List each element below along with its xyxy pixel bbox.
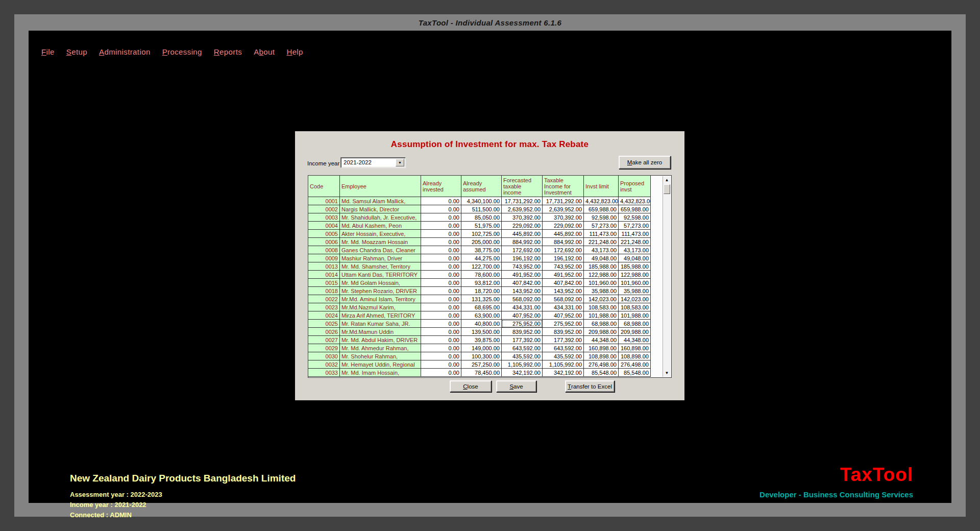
cell-already-invested[interactable]: 0.00 xyxy=(421,271,461,279)
vertical-scrollbar[interactable]: ▲ ▼ xyxy=(663,176,671,377)
cell-already-invested[interactable]: 0.00 xyxy=(421,344,461,352)
close-button[interactable]: Close xyxy=(450,380,492,392)
cell-proposed-invst[interactable]: 122,988.00 xyxy=(619,271,651,279)
cell-invst-limit[interactable]: 85,548.00 xyxy=(584,369,619,377)
cell-already-assumed[interactable]: 205,000.00 xyxy=(461,238,502,246)
cell-employee[interactable]: Mashiur Rahman, Driver xyxy=(340,254,421,262)
cell-already-invested[interactable]: 0.00 xyxy=(421,369,461,377)
cell-taxable-income-for-investment[interactable]: 196,192.00 xyxy=(543,254,584,262)
cell-proposed-invst[interactable]: 108,898.00 xyxy=(619,352,651,360)
cell-proposed-invst[interactable]: 43,173.00 xyxy=(619,246,651,254)
cell-proposed-invst[interactable]: 44,348.00 xyxy=(619,336,651,344)
cell-code[interactable]: 0025 xyxy=(308,320,340,328)
cell-code[interactable]: 0026 xyxy=(308,328,340,336)
menu-item-about[interactable]: About xyxy=(254,47,275,56)
cell-already-invested[interactable]: 0.00 xyxy=(421,279,461,287)
income-year-select[interactable]: 2021-2022 ▼ xyxy=(340,157,406,168)
cell-invst-limit[interactable]: 57,273.00 xyxy=(584,222,619,230)
cell-invst-limit[interactable]: 43,173.00 xyxy=(584,246,619,254)
column-header-proposed-invst[interactable]: Proposed invst xyxy=(619,176,651,197)
cell-forecasted-taxable-income[interactable]: 196,192.00 xyxy=(502,254,543,262)
cell-code[interactable]: 0009 xyxy=(308,254,340,262)
cell-code[interactable]: 0008 xyxy=(308,246,340,254)
cell-already-assumed[interactable]: 4,340,100.00 xyxy=(461,197,502,205)
cell-forecasted-taxable-income[interactable]: 143,952.00 xyxy=(502,287,543,295)
menu-item-administration[interactable]: Administration xyxy=(99,47,151,56)
cell-forecasted-taxable-income[interactable]: 434,331.00 xyxy=(502,303,543,311)
cell-forecasted-taxable-income[interactable]: 884,992.00 xyxy=(502,238,543,246)
cell-proposed-invst[interactable]: 108,583.00 xyxy=(619,303,651,311)
cell-proposed-invst[interactable]: 276,498.00 xyxy=(619,360,651,369)
cell-already-assumed[interactable]: 78,450.00 xyxy=(461,369,502,377)
cell-code[interactable]: 0022 xyxy=(308,295,340,303)
cell-proposed-invst[interactable]: 185,988.00 xyxy=(619,262,651,271)
cell-already-assumed[interactable]: 40,800.00 xyxy=(461,320,502,328)
cell-taxable-income-for-investment[interactable]: 17,731,292.00 xyxy=(543,197,584,205)
cell-employee[interactable]: Mr. Md. Shamsher, Territory xyxy=(340,262,421,271)
cell-already-assumed[interactable]: 63,900.00 xyxy=(461,311,502,320)
cell-taxable-income-for-investment[interactable]: 434,331.00 xyxy=(543,303,584,311)
cell-taxable-income-for-investment[interactable]: 370,392.00 xyxy=(543,213,584,222)
cell-invst-limit[interactable]: 4,432,823.00 xyxy=(584,197,619,205)
cell-forecasted-taxable-income[interactable]: 2,639,952.00 xyxy=(502,205,543,213)
save-button[interactable]: Save xyxy=(496,380,536,392)
cell-already-invested[interactable]: 0.00 xyxy=(421,287,461,295)
cell-taxable-income-for-investment[interactable]: 491,952.00 xyxy=(543,271,584,279)
cell-already-assumed[interactable]: 102,725.00 xyxy=(461,230,502,238)
cell-code[interactable]: 0029 xyxy=(308,344,340,352)
cell-taxable-income-for-investment[interactable]: 275,952.00 xyxy=(543,320,584,328)
cell-forecasted-taxable-income[interactable]: 643,592.00 xyxy=(502,344,543,352)
cell-invst-limit[interactable]: 108,898.00 xyxy=(584,352,619,360)
cell-forecasted-taxable-income[interactable]: 491,952.00 xyxy=(502,271,543,279)
cell-proposed-invst[interactable]: 142,023.00 xyxy=(619,295,651,303)
cell-taxable-income-for-investment[interactable]: 143,952.00 xyxy=(543,287,584,295)
cell-employee[interactable]: Ganes Chandra Das, Cleaner xyxy=(340,246,421,254)
scroll-thumb[interactable] xyxy=(664,184,670,194)
cell-taxable-income-for-investment[interactable]: 342,192.00 xyxy=(543,369,584,377)
cell-employee[interactable]: Mr.Md.Mamun Uddin xyxy=(340,328,421,336)
cell-invst-limit[interactable]: 68,988.00 xyxy=(584,320,619,328)
cell-invst-limit[interactable]: 659,988.00 xyxy=(584,205,619,213)
cell-taxable-income-for-investment[interactable]: 2,639,952.00 xyxy=(543,205,584,213)
cell-invst-limit[interactable]: 44,348.00 xyxy=(584,336,619,344)
cell-already-assumed[interactable]: 51,975.00 xyxy=(461,222,502,230)
column-header-already-invested[interactable]: Already invested xyxy=(421,176,461,197)
cell-proposed-invst[interactable]: 160,898.00 xyxy=(619,344,651,352)
cell-already-assumed[interactable]: 139,500.00 xyxy=(461,328,502,336)
cell-already-invested[interactable]: 0.00 xyxy=(421,352,461,360)
cell-employee[interactable]: Akter Hossain, Executive, xyxy=(340,230,421,238)
cell-employee[interactable]: Mr. Shohelur Rahman, xyxy=(340,352,421,360)
cell-employee[interactable]: Mr.Md. Aminul Islam, Territory xyxy=(340,295,421,303)
cell-already-assumed[interactable]: 39,875.00 xyxy=(461,336,502,344)
cell-invst-limit[interactable]: 221,248.00 xyxy=(584,238,619,246)
cell-already-assumed[interactable]: 85,050.00 xyxy=(461,213,502,222)
cell-employee[interactable]: Md. Abul Kashem, Peon xyxy=(340,222,421,230)
cell-forecasted-taxable-income[interactable]: 275,952.00 xyxy=(502,320,543,328)
cell-taxable-income-for-investment[interactable]: 643,592.00 xyxy=(543,344,584,352)
cell-already-invested[interactable]: 0.00 xyxy=(421,222,461,230)
cell-code[interactable]: 0030 xyxy=(308,352,340,360)
cell-already-invested[interactable]: 0.00 xyxy=(421,262,461,271)
cell-taxable-income-for-investment[interactable]: 407,842.00 xyxy=(543,279,584,287)
cell-employee[interactable]: Mr. Md Golam Hossain, xyxy=(340,279,421,287)
cell-code[interactable]: 0015 xyxy=(308,279,340,287)
transfer-to-excel-button[interactable]: Transfer to Excel xyxy=(565,380,615,392)
cell-forecasted-taxable-income[interactable]: 172,692.00 xyxy=(502,246,543,254)
cell-employee[interactable]: Mr. Md. Abdul Hakim, DRIVER xyxy=(340,336,421,344)
cell-proposed-invst[interactable]: 101,988.00 xyxy=(619,311,651,320)
cell-invst-limit[interactable]: 108,583.00 xyxy=(584,303,619,311)
cell-invst-limit[interactable]: 101,960.00 xyxy=(584,279,619,287)
cell-forecasted-taxable-income[interactable]: 342,192.00 xyxy=(502,369,543,377)
cell-forecasted-taxable-income[interactable]: 407,952.00 xyxy=(502,311,543,320)
cell-already-invested[interactable]: 0.00 xyxy=(421,205,461,213)
cell-forecasted-taxable-income[interactable]: 177,392.00 xyxy=(502,336,543,344)
cell-invst-limit[interactable]: 142,023.00 xyxy=(584,295,619,303)
cell-taxable-income-for-investment[interactable]: 229,092.00 xyxy=(543,222,584,230)
cell-code[interactable]: 0004 xyxy=(308,222,340,230)
cell-already-assumed[interactable]: 257,250.00 xyxy=(461,360,502,369)
cell-already-assumed[interactable]: 93,812.00 xyxy=(461,279,502,287)
cell-already-invested[interactable]: 0.00 xyxy=(421,254,461,262)
cell-invst-limit[interactable]: 35,988.00 xyxy=(584,287,619,295)
cell-invst-limit[interactable]: 111,473.00 xyxy=(584,230,619,238)
column-header-code[interactable]: Code xyxy=(308,176,340,197)
